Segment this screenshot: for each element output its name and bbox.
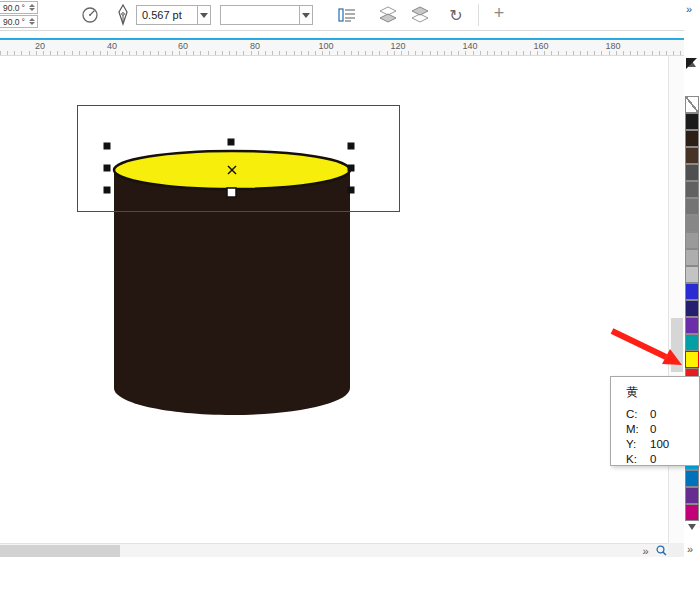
- palette-swatch-24[interactable]: [685, 504, 699, 521]
- rotation-angle-input-top[interactable]: 90.0°: [0, 1, 38, 14]
- ruler-tick: 140: [458, 41, 482, 51]
- vertical-scrollbar-thumb[interactable]: [671, 318, 683, 372]
- palette-swatch-8[interactable]: [685, 232, 699, 249]
- palette-swatch-3[interactable]: [685, 147, 699, 164]
- palette-menu-icon[interactable]: [686, 58, 697, 69]
- horizontal-scrollbar-thumb[interactable]: [0, 545, 120, 557]
- palette-swatch-selected[interactable]: [685, 351, 699, 368]
- ruler-tick: 60: [171, 41, 195, 51]
- rotation-angle-input-bottom[interactable]: 90.0°: [0, 15, 38, 28]
- color-tooltip: 黄 C:0 M:0 Y:100 K:0: [610, 376, 700, 466]
- ruler-tick: 160: [529, 41, 553, 51]
- to-front-icon[interactable]: [377, 4, 399, 26]
- chevron-down-icon: [302, 13, 310, 18]
- palette-swatch-10[interactable]: [685, 266, 699, 283]
- toolbar-separator: [478, 4, 479, 26]
- palette-swatch-5[interactable]: [685, 181, 699, 198]
- palette-swatch-14[interactable]: [685, 334, 699, 351]
- color-name: 黄: [626, 384, 695, 401]
- outline-width-input[interactable]: 0.567 pt: [136, 5, 198, 25]
- ruler-tick: 120: [386, 41, 410, 51]
- cmyk-row: C:0: [626, 407, 695, 422]
- double-chevron-icon: »: [687, 543, 693, 555]
- palette-swatch-7[interactable]: [685, 215, 699, 232]
- palette-swatch-23[interactable]: [685, 487, 699, 504]
- nav-more-button[interactable]: »: [638, 544, 653, 557]
- palette-swatch-13[interactable]: [685, 317, 699, 334]
- spinner-arrows[interactable]: [29, 3, 36, 12]
- magnifier-icon: [656, 545, 667, 556]
- degree-symbol: °: [22, 17, 25, 27]
- toolbar-overflow-button[interactable]: »: [686, 3, 692, 15]
- to-back-icon[interactable]: [409, 4, 431, 26]
- palette-swatch-9[interactable]: [685, 249, 699, 266]
- palette-swatch-11[interactable]: [685, 283, 699, 300]
- spinner-arrows[interactable]: [29, 17, 36, 26]
- ruler-tick: 80: [243, 41, 267, 51]
- cmyk-row: K:0: [626, 452, 695, 467]
- cmyk-row: M:0: [626, 422, 695, 437]
- chevron-down-icon: [200, 13, 208, 18]
- line-style-selector[interactable]: [220, 5, 300, 25]
- palette-swatch-6[interactable]: [685, 198, 699, 215]
- scrollbar-corner: [668, 543, 684, 557]
- ruler-tick: 100: [314, 41, 338, 51]
- double-chevron-icon: »: [686, 3, 692, 15]
- zoom-button[interactable]: [654, 544, 669, 557]
- outline-width-dropdown-button[interactable]: [197, 5, 211, 25]
- line-style-dropdown-button[interactable]: [299, 5, 313, 25]
- outline-width-value: 0.567 pt: [142, 9, 182, 21]
- wrap-text-icon[interactable]: [336, 4, 358, 26]
- palette-swatch-22[interactable]: [685, 470, 699, 487]
- palette-swatch-4[interactable]: [685, 164, 699, 181]
- ruler-tick: 180: [601, 41, 625, 51]
- palette-swatch-1[interactable]: [685, 113, 699, 130]
- outline-pen-icon[interactable]: [112, 4, 134, 26]
- horizontal-scrollbar[interactable]: »: [0, 543, 668, 557]
- palette-swatch-2[interactable]: [685, 130, 699, 147]
- degree-symbol: °: [22, 3, 25, 13]
- vertical-scrollbar[interactable]: [668, 56, 684, 543]
- double-chevron-icon: »: [642, 545, 648, 557]
- property-bar: 90.0° 90.0° 0.567 pt: [0, 0, 700, 31]
- palette-swatch-0[interactable]: [685, 96, 699, 113]
- palette-swatch-12[interactable]: [685, 300, 699, 317]
- angle-dial-icon[interactable]: [79, 4, 101, 26]
- plus-icon[interactable]: +: [488, 2, 510, 24]
- color-palette: » »: [684, 0, 700, 596]
- palette-expand-button[interactable]: »: [687, 543, 693, 555]
- rotate-icon[interactable]: ↻: [445, 4, 467, 26]
- status-area: [0, 557, 700, 596]
- horizontal-ruler[interactable]: 20 40 60 80 100 120 140 160 180: [0, 40, 684, 56]
- drawing-canvas[interactable]: [0, 56, 668, 543]
- cmyk-row: Y:100: [626, 437, 695, 452]
- rotation-angle-value: 90.0: [3, 17, 20, 27]
- rotation-angle-value: 90.0: [3, 3, 20, 13]
- ruler-tick: 20: [28, 41, 52, 51]
- ruler-tick: 40: [100, 41, 124, 51]
